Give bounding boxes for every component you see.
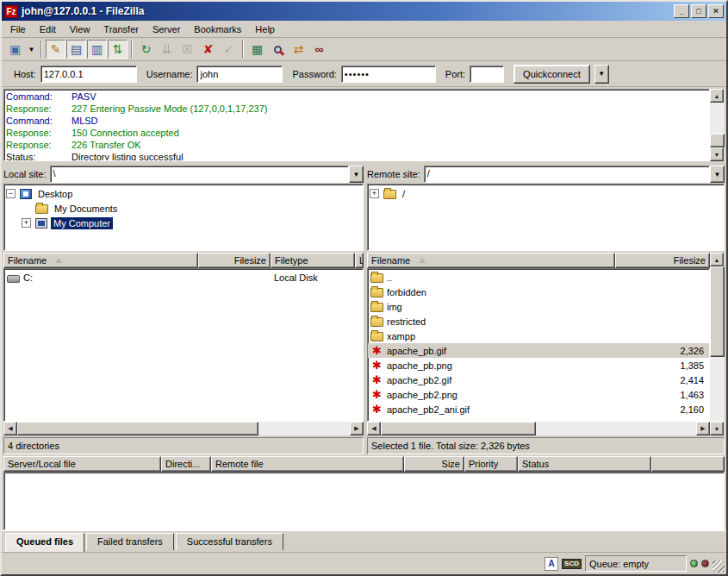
scroll-thumb[interactable] <box>381 422 536 435</box>
expand-icon[interactable]: + <box>370 189 379 198</box>
remote-file-row[interactable]: restricted <box>368 314 709 329</box>
tree-item-label[interactable]: My Computer <box>51 217 113 229</box>
refresh-button[interactable]: ↻ <box>136 40 156 59</box>
remote-file-row[interactable]: img <box>368 299 709 314</box>
column-header-filename[interactable]: Filename <box>367 253 615 268</box>
site-manager-button[interactable]: ▣ <box>5 40 25 59</box>
column-header-filesize[interactable]: Filesize <box>198 253 271 268</box>
toggle-remote-tree-button[interactable]: ▥ <box>87 40 107 59</box>
tree-item-label[interactable]: / <box>400 188 408 200</box>
remote-site-combo[interactable]: / ▼ <box>424 166 725 183</box>
remote-file-row[interactable]: ✱apache_pb2.gif2,414 <box>368 373 709 387</box>
maximize-button[interactable]: □ <box>691 4 706 18</box>
scroll-track[interactable] <box>258 422 350 435</box>
local-site-value[interactable]: \ <box>50 166 349 183</box>
tab-successful-transfers[interactable]: Successful transfers <box>176 533 283 550</box>
column-header-filesize[interactable]: Filesize <box>615 253 710 268</box>
column-header-priority[interactable]: Priority <box>464 456 518 472</box>
tree-item-label[interactable]: Desktop <box>35 188 75 200</box>
title-bar[interactable]: Fz john@127.0.0.1 - FileZilla _ □ ✕ <box>2 2 726 21</box>
column-header-filetype[interactable]: Filetype <box>271 253 355 268</box>
menu-help[interactable]: Help <box>248 22 282 36</box>
ascii-transfer-type-icon[interactable]: A <box>544 557 558 571</box>
menu-bookmarks[interactable]: Bookmarks <box>187 22 248 36</box>
remote-horizontal-scrollbar[interactable]: ◀ ▶ <box>367 422 710 435</box>
remote-site-value[interactable]: / <box>424 166 710 183</box>
menu-transfer[interactable]: Transfer <box>96 22 146 36</box>
site-manager-dropdown[interactable]: ▼ <box>26 40 37 59</box>
local-site-dropdown[interactable]: ▼ <box>349 166 364 183</box>
scroll-down-arrow[interactable]: ▼ <box>710 422 724 435</box>
host-input[interactable] <box>40 66 137 83</box>
scroll-track[interactable] <box>710 103 725 134</box>
column-header-filename[interactable]: Filename <box>3 253 198 268</box>
menu-edit[interactable]: Edit <box>33 22 63 36</box>
resize-grip[interactable] <box>712 560 725 573</box>
synchronized-browsing-button[interactable]: ⇄ <box>289 40 308 59</box>
speed-limit-badge-icon[interactable]: SCD <box>562 559 582 569</box>
remote-site-dropdown[interactable]: ▼ <box>710 166 725 183</box>
filename-filter-button[interactable] <box>268 40 288 59</box>
menu-file[interactable]: File <box>3 22 33 36</box>
find-files-button[interactable]: ∞ <box>309 40 329 59</box>
scroll-right-arrow[interactable]: ▶ <box>696 422 710 435</box>
scroll-track[interactable] <box>536 422 696 435</box>
remote-file-row[interactable]: ✱apache_pb.png1,385 <box>368 358 709 373</box>
toggle-local-tree-button[interactable]: ▤ <box>66 40 86 59</box>
cancel-button[interactable]: ☒ <box>177 40 197 59</box>
toggle-queue-button[interactable]: ⇅ <box>108 40 128 59</box>
transfer-queue-list[interactable] <box>3 472 725 530</box>
disconnect-button[interactable]: ✘ <box>198 40 218 59</box>
tree-item-label[interactable]: My Documents <box>52 203 120 215</box>
tab-queued-files[interactable]: Queued files <box>5 533 84 552</box>
local-horizontal-scrollbar[interactable]: ◀ ▶ <box>3 422 364 435</box>
port-input[interactable] <box>470 66 504 83</box>
scroll-up-arrow[interactable]: ▲ <box>710 89 724 103</box>
column-header-size[interactable]: Size <box>404 456 464 472</box>
scroll-thumb[interactable] <box>710 134 725 147</box>
reconnect-button[interactable]: ✓ <box>219 40 239 59</box>
directory-comparison-button[interactable]: ▦ <box>247 40 267 59</box>
expand-icon[interactable]: + <box>22 218 31 228</box>
scroll-thumb[interactable] <box>710 266 725 357</box>
scroll-thumb[interactable] <box>17 422 258 435</box>
scroll-up-arrow[interactable]: ▲ <box>710 253 724 266</box>
remote-file-row-selected[interactable]: ✱apache_pb.gif2,326 <box>368 343 709 358</box>
scroll-track[interactable] <box>710 357 725 422</box>
menu-view[interactable]: View <box>63 22 97 36</box>
log-vertical-scrollbar[interactable]: ▲ ▼ <box>710 89 725 161</box>
scroll-left-arrow[interactable]: ◀ <box>3 422 17 435</box>
image-file-icon: ✱ <box>370 345 383 356</box>
remote-file-row[interactable]: .. <box>368 270 709 285</box>
tree-item-desktop[interactable]: − Desktop <box>6 186 361 201</box>
column-header-server-local-file[interactable]: Server/Local file <box>3 456 161 472</box>
password-input[interactable] <box>341 66 436 83</box>
remote-file-row[interactable]: ✱apache_pb2.png1,463 <box>368 387 709 402</box>
collapse-icon[interactable]: − <box>6 189 16 198</box>
process-queue-button[interactable]: ⇊ <box>157 40 177 59</box>
minimize-button[interactable]: _ <box>674 4 689 18</box>
column-header-remote-file[interactable]: Remote file <box>211 456 404 472</box>
scroll-left-arrow[interactable]: ◀ <box>367 422 381 435</box>
column-header-lastmodified[interactable]: L <box>355 253 364 268</box>
tree-item-my-computer[interactable]: + My Computer <box>6 216 361 230</box>
scroll-down-arrow[interactable]: ▼ <box>710 147 724 161</box>
username-input[interactable] <box>196 66 283 83</box>
quickconnect-button[interactable]: Quickconnect <box>513 65 590 84</box>
close-button[interactable]: ✕ <box>708 4 724 18</box>
tree-item-root[interactable]: + / <box>370 186 722 201</box>
tree-item-my-documents[interactable]: My Documents <box>6 201 361 216</box>
remote-file-row[interactable]: xampp <box>368 329 709 343</box>
local-file-row[interactable]: C: Local Disk <box>4 270 363 285</box>
column-header-direction[interactable]: Directi... <box>161 456 211 472</box>
remote-vertical-scrollbar[interactable]: ▲ ▼ <box>710 253 725 435</box>
menu-server[interactable]: Server <box>146 22 187 36</box>
remote-file-row[interactable]: ✱apache_pb2_ani.gif2,160 <box>368 402 709 416</box>
tab-failed-transfers[interactable]: Failed transfers <box>86 533 174 550</box>
toggle-message-log-button[interactable]: ✎ <box>46 40 65 59</box>
local-site-combo[interactable]: \ ▼ <box>50 166 364 183</box>
scroll-right-arrow[interactable]: ▶ <box>350 422 364 435</box>
column-header-status[interactable]: Status <box>518 456 651 472</box>
quickconnect-dropdown[interactable]: ▼ <box>594 65 609 84</box>
remote-file-row[interactable]: forbidden <box>368 285 709 299</box>
